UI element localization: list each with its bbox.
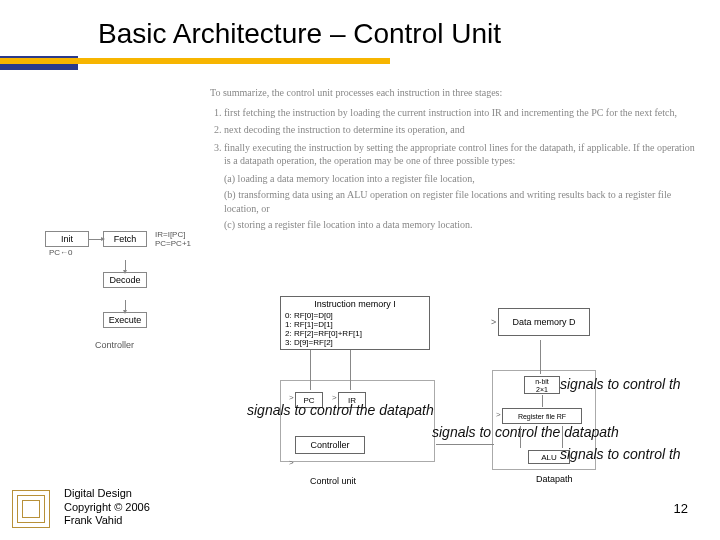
mux-box: n-bit 2×1 [524, 376, 560, 394]
imem-line-2: 2: RF[2]=RF[0]+RF[1] [285, 329, 425, 338]
summary-sub-a: (a) loading a data memory location into … [224, 172, 700, 186]
mux-line2: 2×1 [525, 386, 559, 394]
imem-line-0: 0: RF[0]=D[0] [285, 311, 425, 320]
ir-gt-icon: > [332, 393, 337, 402]
datapath-label: Datapath [536, 474, 573, 484]
control-unit-label: Control unit [310, 476, 356, 486]
page-number: 12 [674, 501, 688, 516]
summary-sub-c: (c) storing a register file location int… [224, 218, 700, 232]
summary-step-3: finally executing the instruction by set… [224, 141, 700, 168]
summary-step-1: first fetching the instruction by loadin… [224, 106, 700, 120]
footer-line2: Copyright © 2006 [64, 501, 150, 515]
summary-step-2: next decoding the instruction to determi… [224, 123, 700, 137]
signal-text-2: signals to control the datapath [247, 402, 434, 418]
register-file: Register file RF [502, 408, 582, 424]
summary-block: To summarize, the control unit processes… [210, 86, 700, 235]
fsm-pc0: PC←0 [49, 248, 73, 257]
imem-line-1: 1: RF[1]=D[1] [285, 320, 425, 329]
data-memory: > Data memory D [498, 308, 590, 336]
fsm-arrow [89, 239, 103, 240]
wire [436, 444, 494, 445]
fsm-vline2 [125, 300, 126, 312]
imem-line-3: 3: D[9]=RF[2] [285, 338, 425, 347]
summary-sub-b: (b) transforming data using an ALU opera… [224, 188, 700, 215]
imem-title: Instruction memory I [285, 299, 425, 309]
dmem-label: Data memory D [512, 317, 575, 327]
footer-line1: Digital Design [64, 487, 150, 501]
fsm-diagram: Init Fetch IR=I[PC] PC=PC+1 PC←0 Decode … [45, 230, 215, 350]
rf-gt-icon: > [496, 410, 501, 419]
summary-intro: To summarize, the control unit processes… [210, 86, 700, 100]
fsm-execute: Execute [103, 312, 147, 328]
fsm-vline1 [125, 260, 126, 272]
page-title: Basic Architecture – Control Unit [0, 0, 720, 50]
controller-box: Controller [295, 436, 365, 454]
fsm-init: Init [45, 231, 89, 247]
signal-text-4: signals to control th [560, 446, 681, 462]
mux-line1: n-bit [525, 378, 559, 386]
fsm-ir-label: IR=I[PC] [155, 230, 191, 239]
wire [562, 426, 563, 448]
signal-text-3: signals to control the datapath [432, 424, 619, 440]
wire [350, 350, 351, 390]
fsm-decode: Decode [103, 272, 147, 288]
signal-text-1: signals to control th [560, 376, 681, 392]
fsm-pc-label: PC=PC+1 [155, 239, 191, 248]
pc-gt-icon: > [289, 393, 294, 402]
footer-line3: Frank Vahid [64, 514, 150, 528]
instruction-memory: Instruction memory I 0: RF[0]=D[0] 1: RF… [280, 296, 430, 350]
ctrl-gt-icon: > [289, 458, 294, 467]
wire [520, 426, 521, 448]
wire [542, 395, 543, 407]
fsm-fetch: Fetch [103, 231, 147, 247]
footer-block: Digital Design Copyright © 2006 Frank Va… [64, 487, 150, 528]
logo-icon [12, 490, 52, 530]
wire [540, 340, 541, 374]
accent-yellow-bar [0, 58, 390, 64]
fsm-controller-label: Controller [95, 340, 215, 350]
wire [310, 350, 311, 390]
dmem-gt-icon: > [491, 317, 496, 327]
